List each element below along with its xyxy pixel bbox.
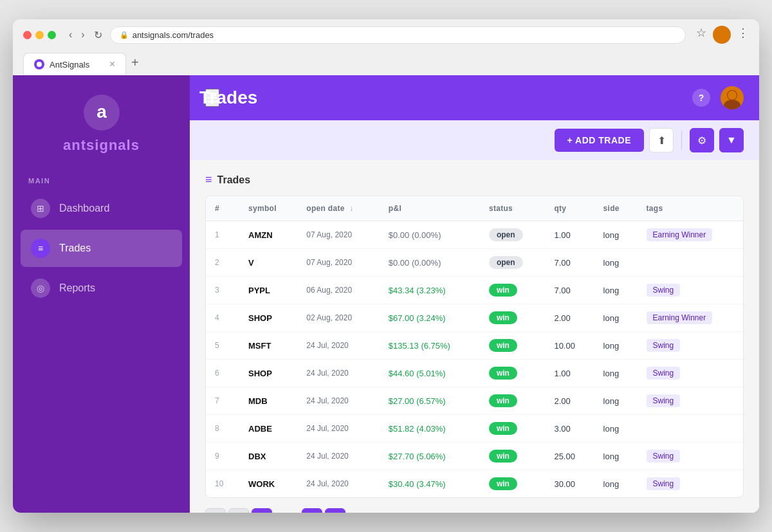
- traffic-light-maximize[interactable]: [48, 31, 56, 39]
- user-profile-icon[interactable]: [713, 26, 731, 44]
- cell-qty: 7.00: [545, 249, 594, 277]
- cell-symbol: WORK: [239, 470, 297, 498]
- cell-side: long: [594, 304, 638, 332]
- browser-tab-active[interactable]: AntSignals ×: [23, 53, 126, 75]
- cell-tags: Earning Winner: [638, 304, 744, 332]
- cell-side: long: [594, 470, 638, 498]
- last-page-button[interactable]: »: [325, 508, 345, 513]
- sidebar: a antsignals MAIN ⊞ Dashboard ≡ Trades ◎: [13, 75, 190, 513]
- upload-button[interactable]: ⬆: [649, 128, 674, 152]
- new-tab-button[interactable]: +: [126, 50, 144, 75]
- cell-status: win: [480, 304, 545, 332]
- table-row[interactable]: 10 WORK 24 Jul, 2020 $30.40 (3.47%) win …: [206, 470, 743, 498]
- sidebar-nav: ⊞ Dashboard ≡ Trades ◎ Reports: [13, 190, 190, 309]
- avatar[interactable]: [721, 86, 744, 109]
- menu-icon[interactable]: ⋮: [737, 26, 749, 44]
- tab-close-button[interactable]: ×: [109, 59, 115, 70]
- col-status: status: [480, 196, 545, 221]
- cell-side: long: [594, 387, 638, 415]
- cell-symbol: DBX: [239, 443, 297, 470]
- table-row[interactable]: 5 MSFT 24 Jul, 2020 $135.13 (6.75%) win …: [206, 332, 743, 360]
- table-row[interactable]: 9 DBX 24 Jul, 2020 $27.70 (5.06%) win 25…: [206, 443, 743, 470]
- tab-favicon: [34, 59, 44, 69]
- table-row[interactable]: 3 PYPL 06 Aug, 2020 $43.34 (3.23%) win 7…: [206, 277, 743, 304]
- cell-date: 07 Aug, 2020: [297, 249, 379, 277]
- cell-num: 2: [206, 249, 239, 277]
- settings-icon: ⚙: [697, 134, 706, 147]
- browser-actions: ☆ ⋮: [696, 26, 749, 44]
- toolbar-bar: + ADD TRADE ⬆ ⚙ ▼: [190, 120, 759, 160]
- browser-chrome: ‹ › ↻ 🔒 antsignals.com/trades ☆ ⋮ AntSig…: [13, 19, 759, 75]
- add-trade-button[interactable]: + ADD TRADE: [555, 129, 645, 152]
- reports-icon: ◎: [31, 279, 50, 298]
- toolbar-divider: [681, 131, 682, 150]
- sidebar-item-trades[interactable]: ≡ Trades: [21, 230, 182, 267]
- cell-qty: 1.00: [545, 221, 594, 249]
- prev-page-button[interactable]: ‹: [228, 508, 249, 513]
- cell-pnl: $51.82 (4.03%): [380, 415, 480, 443]
- table-row[interactable]: 4 SHOP 02 Aug, 2020 $67.00 (3.24%) win 2…: [206, 304, 743, 332]
- filter-button[interactable]: ▼: [719, 128, 744, 152]
- next-page-button[interactable]: ›: [302, 508, 322, 513]
- cell-status: win: [480, 360, 545, 387]
- cell-date: 24 Jul, 2020: [297, 332, 379, 360]
- traffic-light-close[interactable]: [23, 31, 32, 39]
- first-page-button[interactable]: «: [205, 508, 226, 513]
- cell-num: 5: [206, 332, 239, 360]
- header-actions: ?: [692, 86, 744, 109]
- cell-date: 24 Jul, 2020: [297, 415, 379, 443]
- sidebar-item-dashboard[interactable]: ⊞ Dashboard: [21, 190, 182, 227]
- cell-num: 6: [206, 360, 239, 387]
- table-row[interactable]: 1 AMZN 07 Aug, 2020 $0.00 (0.00%) open 1…: [206, 221, 743, 249]
- section-title: ≡ Trades: [205, 173, 744, 187]
- help-button[interactable]: ?: [692, 89, 710, 107]
- tag-badge: Swing: [647, 367, 681, 380]
- forward-button[interactable]: ›: [78, 28, 87, 42]
- cell-date: 02 Aug, 2020: [297, 304, 379, 332]
- tag-badge: Swing: [647, 450, 681, 463]
- logo-text: antsignals: [63, 137, 140, 154]
- nav-buttons: ‹ › ↻: [66, 28, 105, 42]
- cell-status: win: [480, 470, 545, 498]
- cell-qty: 7.00: [545, 277, 594, 304]
- bookmark-icon[interactable]: ☆: [696, 26, 706, 44]
- cell-date: 07 Aug, 2020: [297, 221, 379, 249]
- cell-status: win: [480, 277, 545, 304]
- sidebar-item-label-reports: Reports: [59, 282, 95, 294]
- current-page-button[interactable]: 1: [252, 508, 272, 513]
- cell-num: 10: [206, 470, 239, 498]
- cell-status: win: [480, 332, 545, 360]
- page-title: Trades: [199, 87, 257, 108]
- table-row[interactable]: 8 ADBE 24 Jul, 2020 $51.82 (4.03%) win 3…: [206, 415, 743, 443]
- reload-button[interactable]: ↻: [91, 28, 105, 42]
- cell-tags: Swing: [638, 277, 744, 304]
- table-header-row: # symbol open date ↓ p&l status qty side…: [206, 196, 743, 221]
- trades-icon: ≡: [31, 239, 50, 258]
- address-bar[interactable]: 🔒 antsignals.com/trades: [110, 26, 686, 44]
- col-open-date[interactable]: open date ↓: [297, 196, 379, 221]
- cell-num: 9: [206, 443, 239, 470]
- cell-symbol: SHOP: [239, 360, 297, 387]
- tag-badge: Swing: [647, 284, 681, 297]
- cell-status: win: [480, 387, 545, 415]
- cell-status: open: [480, 221, 545, 249]
- cell-side: long: [594, 277, 638, 304]
- sidebar-item-reports[interactable]: ◎ Reports: [21, 270, 182, 307]
- settings-button[interactable]: ⚙: [690, 128, 714, 152]
- cell-status: open: [480, 249, 545, 277]
- table-row[interactable]: 2 V 07 Aug, 2020 $0.00 (0.00%) open 7.00…: [206, 249, 743, 277]
- table-row[interactable]: 7 MDB 24 Jul, 2020 $27.00 (6.57%) win 2.…: [206, 387, 743, 415]
- cell-qty: 25.00: [545, 443, 594, 470]
- cell-pnl: $30.40 (3.47%): [380, 470, 480, 498]
- col-num: #: [206, 196, 239, 221]
- cell-tags: Earning Winner: [638, 221, 744, 249]
- back-button[interactable]: ‹: [66, 28, 75, 42]
- cell-symbol: MDB: [239, 387, 297, 415]
- tag-badge: Earning Winner: [647, 228, 713, 241]
- cell-side: long: [594, 415, 638, 443]
- traffic-light-minimize[interactable]: [35, 31, 44, 39]
- svg-point-5: [728, 91, 737, 100]
- browser-window: ‹ › ↻ 🔒 antsignals.com/trades ☆ ⋮ AntSig…: [13, 19, 759, 513]
- sidebar-section-label: MAIN: [13, 169, 190, 190]
- table-row[interactable]: 6 SHOP 24 Jul, 2020 $44.60 (5.01%) win 1…: [206, 360, 743, 387]
